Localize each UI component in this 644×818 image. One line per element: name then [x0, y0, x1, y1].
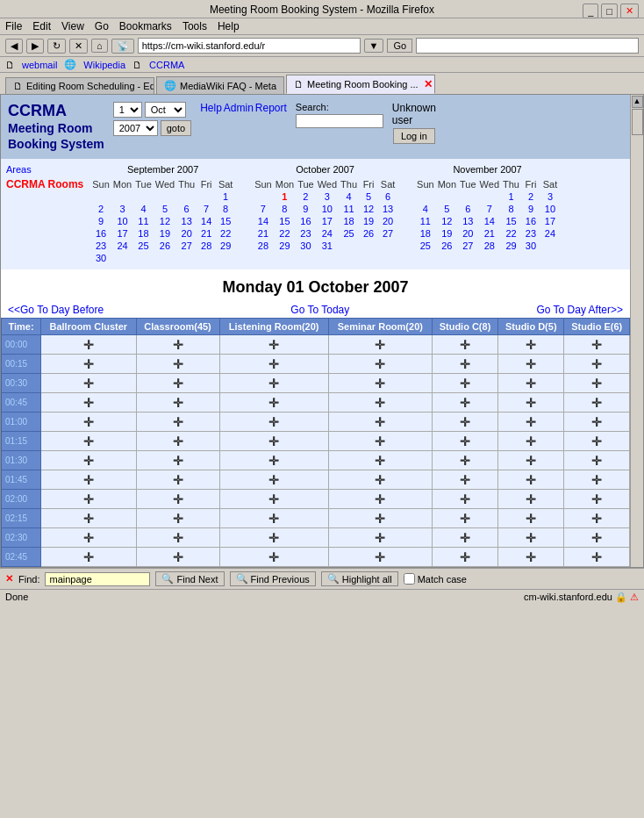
add-booking-icon[interactable]: ✛ [460, 357, 470, 371]
booking-cell[interactable]: ✛ [41, 335, 137, 355]
menu-edit[interactable]: Edit [32, 20, 51, 32]
add-booking-icon[interactable]: ✛ [375, 512, 385, 526]
search-input[interactable] [296, 114, 383, 128]
add-booking-icon[interactable]: ✛ [173, 434, 183, 448]
add-booking-icon[interactable]: ✛ [591, 473, 602, 487]
add-booking-icon[interactable]: ✛ [173, 338, 183, 352]
bookmark-webmail[interactable]: webmail [22, 60, 57, 70]
booking-cell[interactable]: ✛ [328, 413, 432, 432]
add-booking-icon[interactable]: ✛ [460, 473, 470, 487]
menu-view[interactable]: View [61, 20, 84, 32]
add-booking-icon[interactable]: ✛ [526, 550, 536, 564]
booking-cell[interactable]: ✛ [498, 451, 564, 470]
add-booking-icon[interactable]: ✛ [375, 396, 385, 410]
today-link[interactable]: Go To Today [290, 304, 349, 316]
find-next-button[interactable]: 🔍 Find Next [155, 571, 224, 586]
goto-button[interactable]: goto [161, 120, 191, 136]
add-booking-icon[interactable]: ✛ [83, 396, 94, 410]
url-dropdown[interactable]: ▼ [364, 39, 384, 53]
list-item[interactable]: 2 [90, 203, 111, 215]
add-booking-icon[interactable]: ✛ [591, 512, 602, 526]
maximize-button[interactable]: □ [601, 4, 618, 18]
booking-cell[interactable]: ✛ [328, 490, 432, 509]
find-prev-button[interactable]: 🔍 Find Previous [230, 571, 316, 586]
add-booking-icon[interactable]: ✛ [526, 473, 536, 487]
add-booking-icon[interactable]: ✛ [460, 492, 470, 506]
add-booking-icon[interactable]: ✛ [83, 454, 94, 468]
admin-link[interactable]: Admin [224, 102, 254, 114]
tab-booking[interactable]: 🗋 Meeting Room Booking ... ✕ [286, 75, 435, 94]
booking-cell[interactable]: ✛ [432, 490, 497, 509]
close-button[interactable]: ✕ [620, 4, 639, 18]
find-input[interactable] [45, 572, 150, 586]
booking-cell[interactable]: ✛ [219, 413, 328, 432]
next-day-link[interactable]: Go To Day After>> [536, 304, 623, 316]
go-button[interactable]: Go [387, 39, 412, 53]
add-booking-icon[interactable]: ✛ [591, 357, 602, 371]
col-header-studioe[interactable]: Studio E(6) [564, 319, 630, 335]
booking-cell[interactable]: ✛ [432, 528, 497, 548]
menu-bookmarks[interactable]: Bookmarks [119, 20, 172, 32]
col-header-studiod[interactable]: Studio D(5) [498, 319, 564, 335]
highlight-all-button[interactable]: 🔍 Highlight all [321, 571, 398, 586]
add-booking-icon[interactable]: ✛ [173, 531, 183, 545]
add-booking-icon[interactable]: ✛ [268, 338, 279, 352]
report-link[interactable]: Report [255, 102, 287, 114]
add-booking-icon[interactable]: ✛ [83, 415, 94, 429]
add-booking-icon[interactable]: ✛ [526, 396, 536, 410]
tab-editing[interactable]: 🗋 Editing Room Scheduling - Edi... [5, 77, 154, 94]
add-booking-icon[interactable]: ✛ [173, 454, 183, 468]
booking-cell[interactable]: ✛ [498, 355, 564, 374]
booking-cell[interactable]: ✛ [432, 432, 497, 451]
booking-cell[interactable]: ✛ [41, 432, 137, 451]
booking-cell[interactable]: ✛ [564, 432, 630, 451]
scroll-thumb[interactable] [632, 109, 643, 135]
booking-cell[interactable]: ✛ [328, 355, 432, 374]
add-booking-icon[interactable]: ✛ [591, 396, 602, 410]
add-booking-icon[interactable]: ✛ [83, 357, 94, 371]
booking-cell[interactable]: ✛ [219, 432, 328, 451]
booking-cell[interactable]: ✛ [41, 490, 137, 509]
month-select[interactable]: JanFebMar AprMayJun JulAugSep OctNovDec [145, 102, 186, 118]
add-booking-icon[interactable]: ✛ [460, 454, 470, 468]
booking-cell[interactable]: ✛ [498, 548, 564, 567]
forward-button[interactable]: ▶ [26, 39, 44, 54]
booking-cell[interactable]: ✛ [328, 548, 432, 567]
scrollbar[interactable]: ▲ [630, 95, 643, 567]
search-toolbar-input[interactable] [416, 38, 639, 54]
add-booking-icon[interactable]: ✛ [173, 492, 183, 506]
menu-go[interactable]: Go [95, 20, 109, 32]
add-booking-icon[interactable]: ✛ [173, 377, 183, 391]
add-booking-icon[interactable]: ✛ [375, 454, 385, 468]
booking-cell[interactable]: ✛ [41, 548, 137, 567]
year-select[interactable]: 20072008 [113, 120, 158, 136]
add-booking-icon[interactable]: ✛ [173, 550, 183, 564]
help-link[interactable]: Help [200, 102, 222, 114]
add-booking-icon[interactable]: ✛ [83, 434, 94, 448]
add-booking-icon[interactable]: ✛ [268, 531, 279, 545]
booking-cell[interactable]: ✛ [136, 470, 219, 490]
booking-cell[interactable]: ✛ [328, 509, 432, 528]
booking-cell[interactable]: ✛ [432, 451, 497, 470]
areas-link[interactable]: Areas [6, 164, 83, 175]
add-booking-icon[interactable]: ✛ [268, 377, 279, 391]
booking-cell[interactable]: ✛ [219, 470, 328, 490]
booking-cell[interactable]: ✛ [564, 413, 630, 432]
booking-cell[interactable]: ✛ [498, 509, 564, 528]
booking-cell[interactable]: ✛ [564, 528, 630, 548]
add-booking-icon[interactable]: ✛ [591, 415, 602, 429]
add-booking-icon[interactable]: ✛ [591, 434, 602, 448]
menu-help[interactable]: Help [218, 20, 240, 32]
booking-cell[interactable]: ✛ [219, 355, 328, 374]
back-button[interactable]: ◀ [5, 39, 23, 54]
booking-cell[interactable]: ✛ [328, 393, 432, 413]
rss-button[interactable]: 📡 [111, 39, 134, 54]
booking-cell[interactable]: ✛ [41, 393, 137, 413]
minimize-button[interactable]: _ [583, 4, 598, 18]
add-booking-icon[interactable]: ✛ [268, 550, 279, 564]
add-booking-icon[interactable]: ✛ [268, 454, 279, 468]
add-booking-icon[interactable]: ✛ [173, 357, 183, 371]
booking-cell[interactable]: ✛ [432, 335, 497, 355]
booking-cell[interactable]: ✛ [564, 335, 630, 355]
booking-cell[interactable]: ✛ [41, 528, 137, 548]
